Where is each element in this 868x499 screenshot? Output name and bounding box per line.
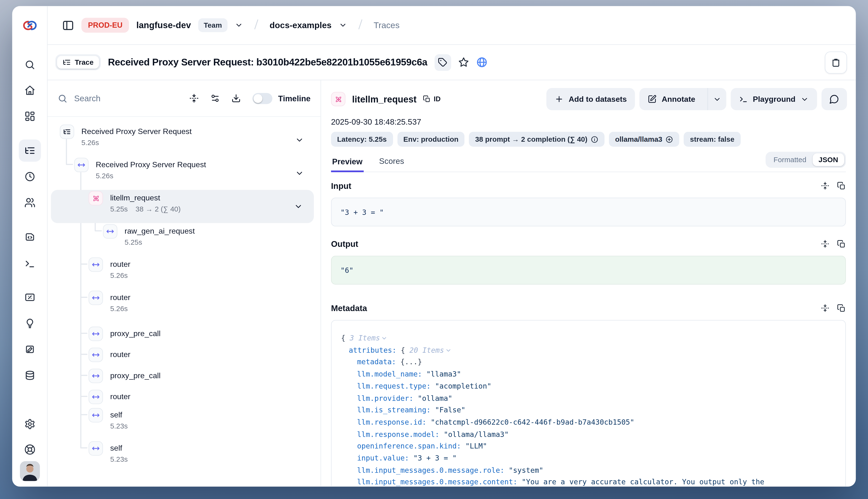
json-line: openinference.span.kind: "LLM" (340, 440, 838, 452)
add-to-datasets-button[interactable]: Add to datasets (547, 88, 635, 110)
tree-row-span[interactable]: self5.23s (48, 407, 320, 440)
json-line: llm.response.model: "ollama/llama3" (340, 428, 838, 440)
playground-label: Playground (753, 95, 795, 104)
sidebar-toggle-button[interactable] (62, 19, 74, 31)
tree-row-span[interactable]: raw_gen_ai_request5.25s (48, 223, 320, 256)
span-icon (88, 390, 103, 404)
comments-button[interactable] (822, 88, 847, 110)
tree-row-span[interactable]: router (48, 386, 320, 407)
observation-timestamp: 2025-09-30 18:48:25.537 (321, 110, 856, 126)
gear-icon (24, 419, 35, 430)
span-icon (88, 369, 103, 383)
nav-rail (12, 6, 48, 486)
expand-chevron-icon[interactable] (445, 347, 452, 354)
format-formatted-option[interactable]: Formatted (768, 153, 812, 166)
avatar-photo (20, 461, 40, 481)
annotate-button[interactable]: Annotate (639, 88, 702, 110)
row-label: raw_gen_ai_request (125, 226, 195, 236)
sidebar-item-support[interactable] (20, 440, 39, 459)
tree-search[interactable] (58, 93, 140, 104)
user-avatar[interactable] (20, 461, 40, 481)
org-name[interactable]: langfuse-dev (136, 20, 191, 30)
observation-badges: Latency: 5.25s Env: production 38 prompt… (321, 126, 856, 147)
public-visibility-button[interactable] (476, 57, 488, 68)
download-icon (232, 94, 241, 103)
trace-tree: Received Proxy Server Request5.26s Recei… (48, 117, 320, 487)
tree-row-span[interactable]: router (48, 344, 320, 365)
fold-vertical-icon[interactable] (821, 182, 829, 190)
copy-icon[interactable] (837, 240, 846, 248)
sidebar-item-users[interactable] (20, 193, 39, 212)
tree-row-span[interactable]: router5.26s (48, 256, 320, 290)
bookmark-button[interactable] (458, 57, 469, 68)
plus-circle-icon[interactable] (666, 135, 673, 143)
info-icon[interactable] (591, 135, 599, 143)
span-icon (88, 441, 103, 456)
sidebar-item-evaluators[interactable] (20, 314, 39, 333)
sidebar-item-dashboards[interactable] (20, 107, 39, 125)
generation-icon (88, 191, 103, 206)
chevron-down-icon[interactable] (295, 169, 304, 178)
json-line: llm.is_streaming: "False" (340, 404, 838, 416)
observation-header: litellm_request ID Add to datasets Annot… (321, 80, 856, 110)
fold-vertical-icon[interactable] (821, 304, 829, 312)
org-logo[interactable] (12, 6, 47, 45)
preview-content[interactable]: Input "3 + 3 = " Output "6" (321, 172, 856, 487)
annotate-dropdown-button[interactable] (708, 88, 726, 110)
json-line: llm.model_name: "llama3" (340, 368, 838, 380)
copy-icon[interactable] (837, 181, 846, 190)
span-icon (88, 408, 103, 423)
knot-logo-icon (21, 19, 38, 32)
trace-type-label: Trace (75, 58, 94, 66)
observation-title: litellm_request (352, 94, 416, 105)
tree-row-span[interactable]: router5.26s (48, 290, 320, 322)
tree-row-span[interactable]: proxy_pre_call (48, 322, 320, 343)
sidebar-item-home[interactable] (20, 81, 39, 100)
json-line: metadata: {...} (340, 356, 838, 368)
tree-row-span[interactable]: proxy_pre_call (48, 365, 320, 386)
sidebar-item-tracing[interactable] (19, 139, 41, 162)
sidebar-item-playground[interactable] (20, 254, 39, 273)
environment-badge: PROD-EU (81, 18, 129, 33)
playground-button[interactable]: Playground (731, 88, 817, 110)
sidebar-item-settings[interactable] (20, 415, 39, 433)
tags-button[interactable] (435, 54, 451, 71)
sidebar-item-search[interactable] (20, 55, 39, 74)
fold-vertical-icon[interactable] (821, 240, 829, 248)
chevron-down-icon[interactable] (294, 202, 303, 211)
globe-icon (476, 57, 488, 68)
timeline-toggle[interactable] (253, 93, 272, 104)
copy-icon[interactable] (837, 304, 846, 313)
tab-scores[interactable]: Scores (378, 153, 405, 172)
tree-settings-button[interactable] (210, 94, 220, 103)
output-value: "6" (331, 256, 846, 284)
org-switcher[interactable] (235, 21, 243, 29)
sidebar-item-prompts[interactable] (20, 228, 39, 246)
sidebar-item-annotation[interactable] (20, 340, 39, 359)
expand-chevron-icon[interactable] (381, 335, 388, 342)
row-duration: 5.23s (110, 421, 128, 431)
project-name[interactable]: docs-examples (269, 20, 331, 30)
search-icon (58, 93, 68, 103)
sidebar-item-datasets[interactable] (20, 366, 39, 385)
row-duration: 5.26s (110, 304, 128, 314)
section-name[interactable]: Traces (374, 20, 400, 30)
sidebar-item-scores[interactable] (20, 288, 39, 307)
tree-row-span[interactable]: Received Proxy Server Request5.26s (48, 157, 320, 190)
download-button[interactable] (232, 94, 241, 103)
search-input[interactable] (73, 93, 141, 104)
delete-trace-button[interactable] (825, 51, 847, 73)
tab-preview[interactable]: Preview (331, 154, 364, 172)
copy-id-button[interactable]: ID (423, 95, 440, 103)
list-tree-icon (24, 145, 35, 156)
chevron-down-icon[interactable] (295, 136, 304, 145)
search-icon (24, 59, 35, 70)
format-json-option[interactable]: JSON (812, 153, 844, 166)
tree-row-span[interactable]: self5.23s (48, 440, 320, 473)
sidebar-item-sessions[interactable] (20, 167, 39, 186)
row-duration: 5.26s (110, 271, 128, 281)
tree-row-litellm-request-selected[interactable]: litellm_request5.25s38 → 2 (∑ 40) (51, 190, 314, 223)
project-switcher[interactable] (339, 21, 347, 29)
collapse-all-button[interactable] (190, 94, 199, 103)
tree-row-trace-root[interactable]: Received Proxy Server Request5.26s (48, 123, 320, 157)
